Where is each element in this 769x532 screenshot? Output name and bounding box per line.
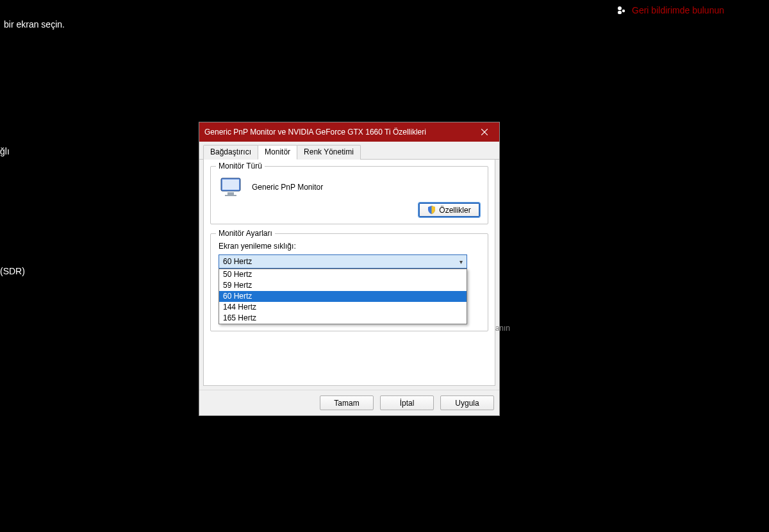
ok-button[interactable]: Tamam	[320, 395, 374, 410]
bg-hint-select-screen: bir ekran seçin.	[4, 19, 65, 29]
svg-rect-6	[222, 179, 239, 190]
cancel-button[interactable]: İptal	[380, 395, 434, 410]
svg-point-0	[618, 6, 622, 10]
dialog-button-row: Tamam İptal Uygula	[199, 390, 499, 415]
svg-point-1	[622, 10, 625, 12]
feedback-label: Geri bildirimde bulunun	[632, 5, 724, 15]
refresh-option-60[interactable]: 60 Hertz	[219, 291, 467, 302]
titlebar[interactable]: Generic PnP Monitor ve NVIDIA GeForce GT…	[199, 122, 499, 142]
group-monitor-type: Monitör Türü Generic PnP Monitor	[210, 166, 488, 224]
refresh-option-144[interactable]: 144 Hertz	[219, 302, 467, 313]
tab-color-management[interactable]: Renk Yönetimi	[297, 145, 361, 160]
refresh-rate-selected: 60 Hertz	[223, 257, 252, 266]
tab-adapter[interactable]: Bağdaştırıcı	[203, 145, 258, 160]
properties-button[interactable]: Özellikler	[418, 203, 480, 217]
close-button[interactable]	[470, 122, 499, 142]
refresh-option-59[interactable]: 59 Hertz	[219, 280, 467, 291]
shield-icon	[427, 206, 436, 214]
svg-rect-2	[618, 11, 622, 14]
refresh-rate-combobox[interactable]: 60 Hertz ▾	[219, 254, 467, 269]
monitor-name: Generic PnP Monitor	[252, 183, 323, 192]
tabstrip: Bağdaştırıcı Monitör Renk Yönetimi	[199, 142, 499, 160]
feedback-icon	[616, 5, 627, 15]
refresh-option-165[interactable]: 165 Hertz	[219, 313, 467, 324]
svg-rect-7	[227, 192, 234, 195]
close-icon	[481, 128, 488, 137]
dialog-title: Generic PnP Monitor ve NVIDIA GeForce GT…	[204, 128, 426, 137]
tab-panel-monitor: Monitör Türü Generic PnP Monitor	[203, 160, 495, 386]
bg-hint-sdr: (SDR)	[0, 266, 25, 276]
group-monitor-settings: Monitör Ayarları Ekran yenileme sıklığı:…	[210, 233, 488, 331]
obscured-text-fragment: anın	[495, 324, 510, 333]
feedback-link[interactable]: Geri bildirimde bulunun	[616, 5, 724, 15]
monitor-properties-dialog: Generic PnP Monitor ve NVIDIA GeForce GT…	[199, 122, 500, 416]
chevron-down-icon: ▾	[459, 258, 463, 265]
monitor-icon	[220, 177, 243, 197]
apply-button[interactable]: Uygula	[440, 395, 494, 410]
tab-monitor[interactable]: Monitör	[258, 145, 297, 160]
refresh-option-50[interactable]: 50 Hertz	[219, 269, 467, 280]
refresh-rate-dropdown[interactable]: 50 Hertz 59 Hertz 60 Hertz 144 Hertz 165…	[219, 269, 467, 324]
properties-button-label: Özellikler	[439, 206, 470, 215]
bg-hint-connected-suffix: ğlı	[0, 146, 10, 156]
group-monitor-type-legend: Monitör Türü	[216, 162, 265, 170]
refresh-rate-label: Ekran yenileme sıklığı:	[219, 242, 480, 251]
group-monitor-settings-legend: Monitör Ayarları	[216, 229, 275, 238]
svg-rect-8	[225, 195, 236, 196]
panel-spacer	[210, 340, 488, 379]
